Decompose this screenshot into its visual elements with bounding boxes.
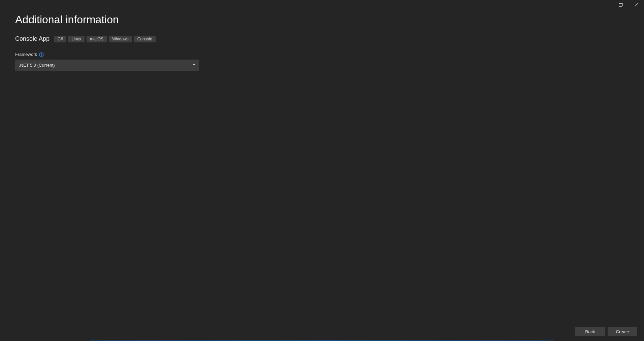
back-button[interactable]: Back xyxy=(575,327,605,336)
footer-buttons: Back Create xyxy=(575,327,637,336)
framework-label-row: Framework xyxy=(15,52,629,57)
tag: Console xyxy=(134,36,156,42)
tag-list: C# Linux macOS Windows Console xyxy=(54,36,156,42)
project-type-label: Console App xyxy=(15,35,50,42)
framework-dropdown[interactable]: .NET 5.0 (Current) xyxy=(15,60,199,71)
svg-rect-7 xyxy=(41,54,41,56)
tag: C# xyxy=(54,36,66,42)
tag: macOS xyxy=(87,36,107,42)
subtitle-row: Console App C# Linux macOS Windows Conso… xyxy=(15,35,629,42)
maximize-icon xyxy=(619,3,623,7)
content-area: Additional information Console App C# Li… xyxy=(0,0,644,84)
tag: Linux xyxy=(68,36,85,42)
page-title: Additional information xyxy=(15,13,629,26)
svg-rect-1 xyxy=(619,4,622,7)
framework-label: Framework xyxy=(15,52,37,57)
window-titlebar xyxy=(613,0,644,9)
tag: Windows xyxy=(109,36,132,42)
svg-point-6 xyxy=(41,53,42,54)
framework-dropdown-value: .NET 5.0 (Current) xyxy=(19,63,55,68)
info-icon[interactable] xyxy=(39,52,44,57)
close-button[interactable] xyxy=(629,0,644,9)
chevron-down-icon xyxy=(193,64,195,67)
close-icon xyxy=(634,3,638,7)
maximize-button[interactable] xyxy=(613,0,629,9)
create-button[interactable]: Create xyxy=(608,327,637,336)
